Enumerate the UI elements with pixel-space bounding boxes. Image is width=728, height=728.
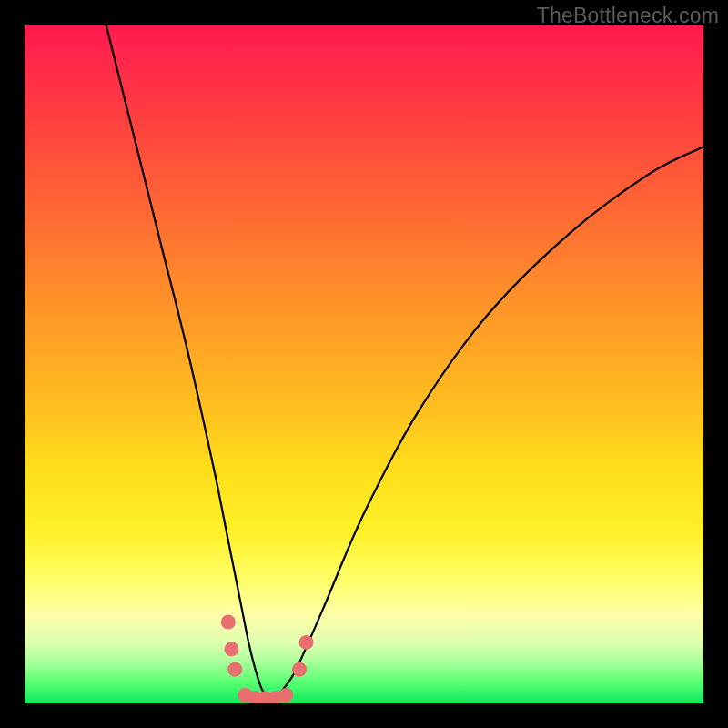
curve-marker <box>221 615 236 630</box>
bottleneck-curve <box>106 25 704 697</box>
chart-frame: TheBottleneck.com <box>0 0 728 728</box>
plot-area <box>25 25 703 703</box>
curve-marker <box>278 688 293 703</box>
curve-marker <box>228 662 242 677</box>
curve-marker <box>299 635 314 650</box>
curve-svg <box>25 25 703 703</box>
curve-markers <box>221 615 314 704</box>
curve-marker <box>225 642 239 656</box>
curve-marker <box>292 662 307 677</box>
